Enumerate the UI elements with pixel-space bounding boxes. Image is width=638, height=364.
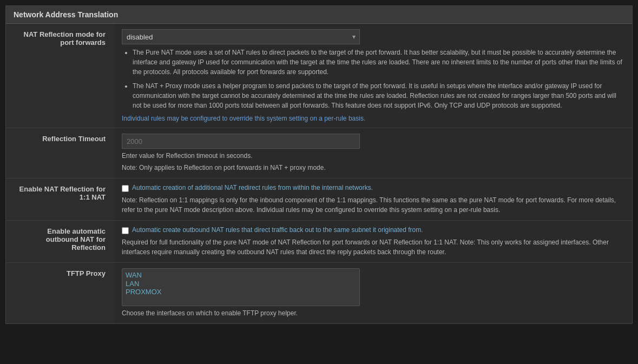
tftp-proxy-row: TFTP Proxy WAN LAN PROXMOX Choose the in… [6, 263, 632, 324]
reflection-timeout-help1: Enter value for Reflection timeout in se… [122, 151, 624, 161]
reflection-timeout-label: Reflection Timeout [6, 128, 114, 178]
nat-1to1-note: Note: Reflection on 1:1 mappings is only… [122, 195, 624, 215]
tftp-proxy-select[interactable]: WAN LAN PROXMOX [122, 268, 360, 306]
tftp-option-proxmox: PROXMOX [126, 288, 356, 296]
nat-reflection-label: NAT Reflection mode for port forwards [6, 24, 114, 128]
bullet-pure-nat: The Pure NAT mode uses a set of NAT rule… [133, 48, 624, 77]
nat-1to1-checkbox[interactable] [122, 185, 129, 192]
bullet-nat-proxy: The NAT + Proxy mode uses a helper progr… [133, 81, 624, 110]
nat-reflection-select[interactable]: disabled pure NAT NAT + proxy [122, 29, 360, 44]
outbound-nat-note: Required for full functionality of the p… [122, 237, 624, 257]
reflection-timeout-value-cell: Enter value for Reflection timeout in se… [114, 128, 632, 178]
reflection-timeout-help2: Note: Only applies to Reflection on port… [122, 163, 624, 173]
tftp-proxy-label: TFTP Proxy [6, 263, 114, 324]
outbound-nat-row: Enable automatic outbound NAT for Reflec… [6, 221, 632, 263]
tftp-option-wan: WAN [126, 271, 356, 280]
outbound-nat-checkbox-label: Automatic create outbound NAT rules that… [132, 226, 423, 234]
nat-reflection-select-wrapper: disabled pure NAT NAT + proxy [122, 29, 360, 44]
nat-reflection-bullets: The Pure NAT mode uses a set of NAT rule… [122, 48, 624, 110]
tftp-option-lan: LAN [126, 280, 356, 288]
nat-1to1-checkbox-row: Automatic creation of additional NAT red… [122, 184, 624, 192]
nat-1to1-label: Enable NAT Reflection for 1:1 NAT [6, 178, 114, 221]
outbound-nat-checkbox-row: Automatic create outbound NAT rules that… [122, 226, 624, 234]
settings-table: NAT Reflection mode for port forwards di… [6, 24, 632, 323]
tftp-proxy-help: Choose the interfaces on which to enable… [122, 308, 624, 318]
tftp-proxy-value-cell: WAN LAN PROXMOX Choose the interfaces on… [114, 263, 632, 324]
reflection-timeout-input[interactable] [122, 134, 360, 149]
nat-1to1-row: Enable NAT Reflection for 1:1 NAT Automa… [6, 178, 632, 221]
nat-reflection-row: NAT Reflection mode for port forwards di… [6, 24, 632, 128]
outbound-nat-checkbox[interactable] [122, 227, 129, 234]
outbound-nat-label: Enable automatic outbound NAT for Reflec… [6, 221, 114, 263]
nat-1to1-checkbox-label: Automatic creation of additional NAT red… [132, 184, 373, 191]
nat-reflection-value-cell: disabled pure NAT NAT + proxy The Pure N… [114, 24, 632, 128]
nat-panel: Network Address Translation NAT Reflecti… [5, 5, 633, 324]
panel-title: Network Address Translation [6, 6, 632, 24]
individual-rules-note: Individual rules may be configured to ov… [122, 115, 624, 122]
reflection-timeout-row: Reflection Timeout Enter value for Refle… [6, 128, 632, 178]
outbound-nat-value-cell: Automatic create outbound NAT rules that… [114, 221, 632, 263]
nat-1to1-value-cell: Automatic creation of additional NAT red… [114, 178, 632, 221]
